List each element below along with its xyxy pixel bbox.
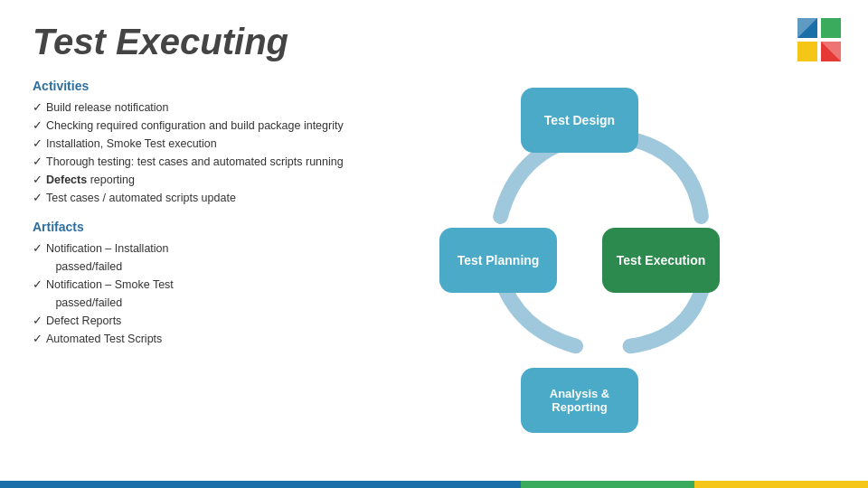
item-text: Test cases / automated scripts update	[46, 189, 236, 207]
artifacts-title: Artifacts	[33, 220, 467, 234]
left-content: Activities ✓ Build release notification …	[33, 79, 467, 413]
page: Test Executing Activities ✓ Build releas…	[0, 0, 868, 488]
check-icon: ✓	[33, 276, 42, 294]
item-text: Automated Test Scripts	[46, 330, 162, 348]
logo	[796, 16, 843, 63]
node-test-design: Test Design	[521, 88, 638, 153]
check-icon: ✓	[33, 135, 42, 153]
list-item: ✓ Notification – Installation passed/fai…	[33, 239, 467, 276]
activities-title: Activities	[33, 79, 467, 93]
bar-yellow	[694, 481, 868, 488]
check-icon: ✓	[33, 312, 42, 330]
bar-green	[521, 481, 694, 488]
list-item: ✓ Defect Reports	[33, 312, 467, 330]
check-icon: ✓	[33, 239, 42, 258]
svg-rect-2	[797, 42, 817, 61]
check-icon: ✓	[33, 117, 42, 135]
node-analysis-reporting: Analysis & Reporting	[521, 368, 638, 433]
list-item: ✓ Test cases / automated scripts update	[33, 189, 467, 207]
check-icon: ✓	[33, 330, 42, 348]
item-text: Notification – Smoke Test passed/failed	[46, 276, 174, 312]
list-item: ✓ Build release notification	[33, 99, 467, 117]
diagram-area: Test Design Test Planning Test Execution…	[467, 79, 835, 413]
list-item: ✓ Defects reporting	[33, 171, 467, 189]
list-item: ✓ Installation, Smoke Test execution	[33, 135, 467, 153]
item-text: Notification – Installation passed/faile…	[46, 239, 169, 276]
check-icon: ✓	[33, 189, 42, 207]
item-text: Defects reporting	[46, 171, 135, 189]
bottom-bar	[0, 481, 868, 488]
page-title: Test Executing	[33, 22, 835, 62]
check-icon: ✓	[33, 99, 42, 117]
svg-rect-1	[821, 18, 841, 38]
item-text: Checking required configuration and buil…	[46, 117, 344, 135]
list-item: ✓ Notification – Smoke Test passed/faile…	[33, 276, 467, 312]
activities-list: ✓ Build release notification ✓ Checking …	[33, 99, 467, 207]
item-text: Defect Reports	[46, 312, 121, 330]
check-icon: ✓	[33, 153, 42, 171]
list-item: ✓ Thorough testing: test cases and autom…	[33, 153, 467, 171]
item-text: Thorough testing: test cases and automat…	[46, 153, 344, 171]
check-icon: ✓	[33, 171, 42, 189]
artifacts-section: Artifacts ✓ Notification – Installation …	[33, 220, 467, 348]
item-text: Build release notification	[46, 99, 169, 117]
list-item: ✓ Checking required configuration and bu…	[33, 117, 467, 135]
list-item: ✓ Automated Test Scripts	[33, 330, 467, 348]
node-test-planning: Test Planning	[439, 228, 557, 293]
node-test-execution: Test Execution	[602, 228, 720, 293]
item-text: Installation, Smoke Test execution	[46, 135, 217, 153]
artifacts-list: ✓ Notification – Installation passed/fai…	[33, 239, 467, 348]
bold-text: Defects	[46, 174, 87, 186]
bar-blue	[0, 481, 521, 488]
